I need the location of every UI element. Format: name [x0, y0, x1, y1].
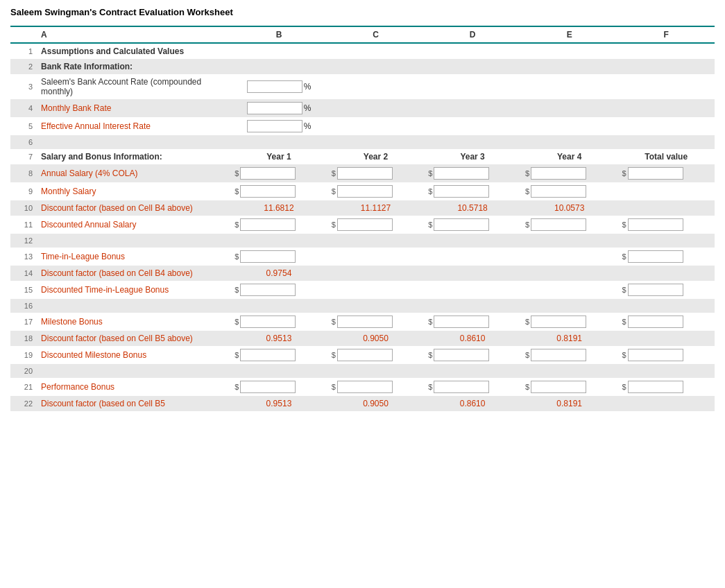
- dollar-input[interactable]: [337, 185, 393, 198]
- dollar-input[interactable]: [434, 315, 489, 328]
- dollar-input-cell[interactable]: $: [617, 248, 715, 266]
- dollar-input[interactable]: [240, 349, 296, 361]
- dollar-input-wrapper[interactable]: $: [622, 349, 710, 361]
- dollar-input[interactable]: [531, 218, 586, 231]
- percent-input-cell[interactable]: %: [230, 117, 327, 135]
- dollar-input-cell[interactable]: $: [424, 182, 521, 200]
- dollar-input-cell[interactable]: $: [617, 378, 715, 396]
- dollar-input-wrapper[interactable]: $: [622, 284, 710, 296]
- dollar-input-wrapper[interactable]: $: [332, 218, 420, 231]
- dollar-input-wrapper[interactable]: $: [428, 218, 517, 231]
- dollar-input-wrapper[interactable]: $: [428, 315, 517, 328]
- dollar-input[interactable]: [337, 315, 393, 328]
- dollar-input-cell[interactable]: $: [424, 378, 521, 396]
- dollar-input-cell[interactable]: $: [327, 164, 425, 182]
- dollar-input[interactable]: [628, 218, 683, 231]
- dollar-input-cell[interactable]: $: [424, 313, 521, 331]
- dollar-input-wrapper[interactable]: $: [332, 167, 420, 180]
- dollar-input-wrapper[interactable]: $: [332, 315, 420, 328]
- dollar-input-wrapper[interactable]: $: [525, 315, 614, 328]
- dollar-input-wrapper[interactable]: $: [622, 167, 710, 180]
- dollar-input-wrapper[interactable]: $: [234, 381, 323, 393]
- dollar-input-wrapper[interactable]: $: [525, 167, 614, 180]
- dollar-input[interactable]: [434, 349, 489, 361]
- dollar-input-cell[interactable]: $: [617, 313, 715, 331]
- dollar-input-cell[interactable]: $: [230, 346, 327, 364]
- dollar-input-wrapper[interactable]: $: [622, 381, 710, 393]
- dollar-input-wrapper[interactable]: $: [525, 218, 614, 231]
- dollar-input[interactable]: [628, 349, 683, 361]
- dollar-input-cell[interactable]: $: [521, 216, 618, 234]
- dollar-input-wrapper[interactable]: $: [622, 218, 710, 231]
- dollar-input[interactable]: [628, 381, 683, 393]
- dollar-input[interactable]: [337, 167, 393, 180]
- dollar-input[interactable]: [240, 315, 296, 328]
- dollar-input-cell[interactable]: $: [617, 281, 715, 299]
- dollar-input-cell[interactable]: $: [521, 182, 618, 200]
- dollar-input[interactable]: [531, 185, 586, 198]
- dollar-input-cell[interactable]: $: [424, 346, 521, 364]
- dollar-input-wrapper[interactable]: $: [332, 349, 420, 361]
- dollar-input-wrapper[interactable]: $: [234, 185, 323, 198]
- dollar-input-cell[interactable]: $: [521, 164, 618, 182]
- dollar-input[interactable]: [337, 349, 393, 361]
- dollar-input[interactable]: [628, 167, 683, 180]
- dollar-input[interactable]: [434, 381, 489, 393]
- dollar-input-cell[interactable]: $: [521, 313, 618, 331]
- dollar-input-wrapper[interactable]: $: [622, 315, 710, 328]
- dollar-input-wrapper[interactable]: $: [234, 167, 323, 180]
- dollar-input-wrapper[interactable]: $: [525, 381, 614, 393]
- dollar-input-wrapper[interactable]: $: [234, 284, 323, 296]
- dollar-input[interactable]: [531, 315, 586, 328]
- dollar-input-wrapper[interactable]: $: [332, 185, 420, 198]
- dollar-input[interactable]: [240, 185, 296, 198]
- dollar-input-wrapper[interactable]: $: [332, 381, 420, 393]
- dollar-input[interactable]: [434, 218, 489, 231]
- percent-input[interactable]: [247, 102, 302, 114]
- dollar-input[interactable]: [531, 349, 586, 361]
- dollar-input[interactable]: [240, 250, 296, 263]
- dollar-input-cell[interactable]: $: [230, 248, 327, 266]
- dollar-input-cell[interactable]: $: [521, 378, 618, 396]
- percent-input[interactable]: [247, 80, 302, 93]
- dollar-input-cell[interactable]: $: [327, 216, 425, 234]
- dollar-input[interactable]: [628, 250, 683, 263]
- dollar-input-wrapper[interactable]: $: [428, 167, 517, 180]
- dollar-input-cell[interactable]: $: [617, 346, 715, 364]
- dollar-input[interactable]: [434, 185, 489, 198]
- dollar-input[interactable]: [240, 284, 296, 296]
- dollar-input-cell[interactable]: $: [424, 216, 521, 234]
- dollar-input-cell[interactable]: $: [230, 313, 327, 331]
- percent-input[interactable]: [247, 120, 302, 132]
- dollar-input-cell[interactable]: $: [327, 378, 425, 396]
- percent-input-cell[interactable]: %: [230, 74, 327, 99]
- dollar-input[interactable]: [240, 167, 296, 180]
- dollar-input-wrapper[interactable]: $: [428, 349, 517, 361]
- dollar-input-wrapper[interactable]: $: [234, 349, 323, 361]
- dollar-input-cell[interactable]: $: [230, 378, 327, 396]
- dollar-input-cell[interactable]: $: [521, 346, 618, 364]
- dollar-input-cell[interactable]: $: [327, 313, 425, 331]
- dollar-input-wrapper[interactable]: $: [234, 218, 323, 231]
- dollar-input[interactable]: [337, 218, 393, 231]
- dollar-input[interactable]: [337, 381, 393, 393]
- dollar-input-wrapper[interactable]: $: [622, 250, 710, 263]
- dollar-input-cell[interactable]: $: [617, 216, 715, 234]
- dollar-input-cell[interactable]: $: [230, 182, 327, 200]
- dollar-input-wrapper[interactable]: $: [428, 185, 517, 198]
- dollar-input[interactable]: [240, 218, 296, 231]
- dollar-input-cell[interactable]: $: [230, 216, 327, 234]
- dollar-input-cell[interactable]: $: [617, 164, 715, 182]
- dollar-input[interactable]: [531, 381, 586, 393]
- percent-input-cell[interactable]: %: [230, 99, 327, 117]
- dollar-input-cell[interactable]: $: [230, 164, 327, 182]
- dollar-input[interactable]: [628, 315, 683, 328]
- dollar-input-cell[interactable]: $: [230, 281, 327, 299]
- dollar-input-cell[interactable]: $: [424, 164, 521, 182]
- dollar-input-wrapper[interactable]: $: [234, 315, 323, 328]
- dollar-input[interactable]: [628, 284, 683, 296]
- dollar-input[interactable]: [531, 167, 586, 180]
- dollar-input-cell[interactable]: $: [327, 346, 425, 364]
- dollar-input[interactable]: [434, 167, 489, 180]
- dollar-input-wrapper[interactable]: $: [525, 349, 614, 361]
